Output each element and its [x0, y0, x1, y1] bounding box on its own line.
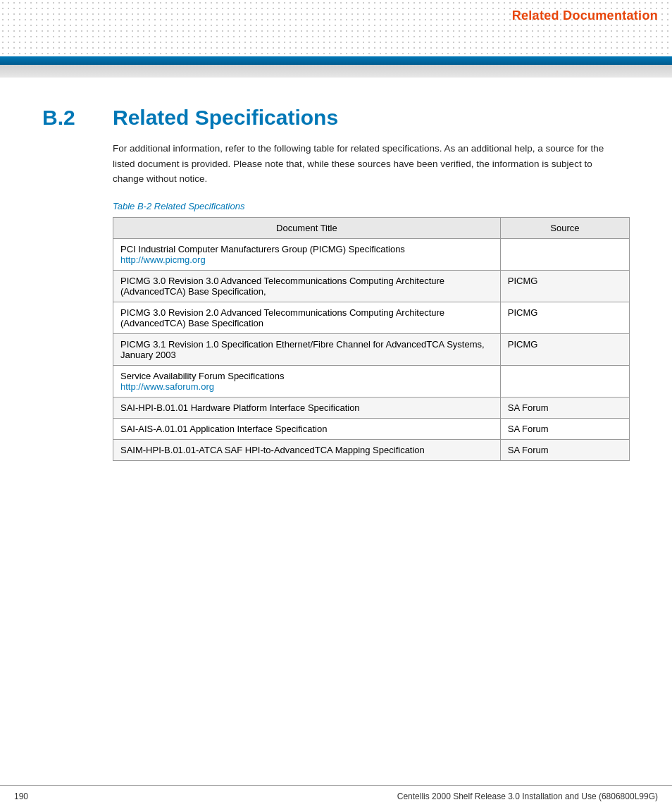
cell-source: SA Forum: [500, 397, 629, 418]
cell-source: [500, 365, 629, 397]
table-row: PICMG 3.1 Revision 1.0 Specification Eth…: [113, 333, 630, 365]
cell-source: SA Forum: [500, 439, 629, 460]
page-title: Related Documentation: [512, 8, 658, 23]
cell-title: SAI-HPI-B.01.01 Hardware Platform Interf…: [113, 397, 501, 418]
table-row: SAI-HPI-B.01.01 Hardware Platform Interf…: [113, 397, 630, 418]
gray-strip: [0, 65, 672, 78]
table-header-row: Document Title Source: [113, 217, 630, 238]
external-link[interactable]: http://www.saforum.org: [120, 381, 214, 392]
intro-paragraph: For additional information, refer to the…: [113, 141, 620, 187]
col-header-source: Source: [500, 217, 629, 238]
blue-stripe: [0, 56, 672, 65]
cell-title: PICMG 3.0 Revision 3.0 Advanced Telecomm…: [113, 270, 501, 302]
cell-source: PICMG: [500, 333, 629, 365]
cell-source: [500, 238, 629, 270]
cell-source: SA Forum: [500, 418, 629, 439]
table-row: PICMG 3.0 Revision 3.0 Advanced Telecomm…: [113, 270, 630, 302]
footer: 190 Centellis 2000 Shelf Release 3.0 Ins…: [0, 785, 672, 807]
doc-title: Centellis 2000 Shelf Release 3.0 Install…: [397, 791, 658, 801]
cell-title: Service Availability Forum Specification…: [113, 365, 501, 397]
cell-title: PCI Industrial Computer Manufacturers Gr…: [113, 238, 501, 270]
header: Related Documentation: [0, 0, 672, 56]
specs-table: Document Title Source PCI Industrial Com…: [113, 217, 630, 461]
section-title: Related Specifications: [113, 106, 338, 130]
table-row: Service Availability Forum Specification…: [113, 365, 630, 397]
cell-title: PICMG 3.1 Revision 1.0 Specification Eth…: [113, 333, 501, 365]
table-row: SAI-AIS-A.01.01 Application Interface Sp…: [113, 418, 630, 439]
table-row: PCI Industrial Computer Manufacturers Gr…: [113, 238, 630, 270]
cell-title: PICMG 3.0 Revision 2.0 Advanced Telecomm…: [113, 302, 501, 333]
page-number: 190: [14, 791, 28, 801]
section-heading: B.2 Related Specifications: [42, 106, 630, 130]
table-row: PICMG 3.0 Revision 2.0 Advanced Telecomm…: [113, 302, 630, 333]
cell-source: PICMG: [500, 270, 629, 302]
main-content: B.2 Related Specifications For additiona…: [0, 92, 672, 489]
table-row: SAIM-HPI-B.01.01-ATCA SAF HPI-to-Advance…: [113, 439, 630, 460]
section-number: B.2: [42, 106, 99, 130]
cell-title: SAI-AIS-A.01.01 Application Interface Sp…: [113, 418, 501, 439]
table-caption: Table B-2 Related Specifications: [113, 201, 630, 211]
cell-source: PICMG: [500, 302, 629, 333]
header-title-bar: Related Documentation: [498, 0, 672, 32]
external-link[interactable]: http://www.picmg.org: [120, 254, 206, 265]
cell-title: SAIM-HPI-B.01.01-ATCA SAF HPI-to-Advance…: [113, 439, 501, 460]
col-header-title: Document Title: [113, 217, 501, 238]
